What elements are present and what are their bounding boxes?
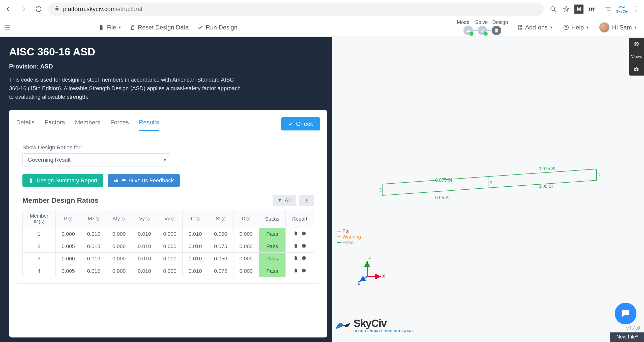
col-sl: Slⓘ — [208, 210, 233, 228]
report-icon[interactable] — [294, 243, 298, 249]
svg-text:6: 6 — [490, 180, 492, 185]
status-badge: Pass — [259, 265, 286, 277]
camera-icon[interactable] — [629, 63, 644, 76]
design-summary-button[interactable]: Design Summary Report — [22, 174, 103, 187]
feedback-button[interactable]: Give us Feedback — [108, 174, 180, 187]
model-wireframe: 0.075 Sl 0.075 Sl 0.05 Sl 0.05 Sl 5 6 7 — [377, 155, 604, 206]
file-menu[interactable]: File▾ — [98, 24, 121, 31]
col-my: Myⓘ — [106, 210, 132, 228]
col-d: Dⓘ — [233, 210, 259, 228]
tab-members[interactable]: Members — [75, 117, 100, 131]
hamburger-icon[interactable] — [0, 18, 15, 37]
info-icon[interactable] — [302, 256, 306, 262]
model-status-icon[interactable]: ✓ — [463, 26, 473, 35]
info-icon[interactable] — [302, 231, 306, 237]
svg-rect-9 — [304, 232, 304, 233]
address-bar[interactable]: platform.skyciv.com/structural — [48, 3, 544, 16]
results-table: MemberID(s)PⓘMzⓘMyⓘVyⓘVzⓘCⓘSlⓘDⓘStatusRe… — [22, 210, 314, 277]
table-row: 20.0050.0100.0000.0100.0000.0100.0750.00… — [23, 240, 314, 253]
svg-rect-14 — [304, 258, 304, 259]
eye-icon[interactable] — [629, 38, 644, 50]
svg-text:0.075 Sl: 0.075 Sl — [435, 178, 452, 183]
version-label: v4.4.0 — [626, 325, 640, 331]
design-status-icon[interactable] — [492, 26, 501, 35]
col-member-id-s-: MemberID(s) — [23, 210, 56, 228]
tab-details[interactable]: Details — [16, 117, 35, 131]
download-button[interactable] — [299, 195, 314, 206]
svg-rect-4 — [520, 28, 522, 29]
svg-text:0.05 Sl: 0.05 Sl — [539, 184, 553, 189]
col-c: Cⓘ — [183, 210, 208, 228]
svg-text:5: 5 — [379, 188, 382, 193]
search-icon[interactable] — [548, 4, 558, 14]
extension-skyciv[interactable]: SkyCiv — [616, 5, 628, 13]
forward-icon[interactable] — [18, 4, 29, 14]
svg-text:0.05 Sl: 0.05 Sl — [435, 195, 449, 200]
filter-all-button[interactable]: All — [273, 195, 296, 206]
col-mz: Mzⓘ — [81, 210, 106, 228]
info-icon[interactable] — [302, 268, 306, 274]
chat-fab[interactable] — [615, 303, 636, 324]
url-host: platform.skyciv.com/structural — [63, 6, 142, 13]
provision-label: Provision: ASD — [9, 63, 327, 70]
svg-line-37 — [360, 277, 367, 282]
svg-text:X: X — [382, 274, 385, 279]
extension-lines-icon[interactable] — [603, 4, 613, 14]
reset-design-button[interactable]: Reset Design Data — [130, 24, 189, 31]
app-toolbar: File▾ Reset Design Data Run Design Model… — [0, 18, 644, 37]
ratios-dropdown[interactable]: Governing Result ▾ — [22, 153, 171, 166]
browser-chrome: platform.skyciv.com/structural M m SkyCi… — [0, 0, 644, 18]
user-menu[interactable]: Hi Sam▾ — [599, 22, 636, 32]
svg-rect-2 — [520, 25, 522, 27]
svg-text:7: 7 — [598, 173, 601, 178]
tab-results[interactable]: Results — [139, 117, 159, 131]
col-vy: Vyⓘ — [132, 210, 157, 228]
svg-text:Y: Y — [368, 256, 371, 261]
svg-point-0 — [551, 7, 555, 10]
svg-text:0.075 Sl: 0.075 Sl — [539, 166, 555, 171]
addons-menu[interactable]: Add-ons▾ — [517, 24, 552, 31]
description: This code is used for designing steel me… — [9, 76, 241, 101]
info-icon[interactable] — [302, 243, 306, 249]
svg-line-21 — [382, 188, 488, 195]
reload-icon[interactable] — [33, 4, 44, 14]
star-icon[interactable] — [561, 4, 571, 14]
report-icon[interactable] — [294, 268, 298, 274]
help-menu[interactable]: Help▾ — [563, 24, 588, 31]
solve-status-icon[interactable]: ✓ — [478, 26, 487, 35]
status-badge: Pass — [259, 253, 286, 265]
views-button[interactable]: Views — [629, 50, 644, 63]
back-icon[interactable] — [3, 4, 14, 14]
run-design-button[interactable]: Run Design — [198, 24, 237, 31]
kebab-menu-icon[interactable]: ⋮ — [631, 4, 641, 14]
svg-rect-12 — [304, 245, 304, 245]
ratios-label: Show Design Ratios for: — [22, 144, 314, 151]
status-badge: Pass — [259, 228, 286, 240]
results-card: DetailsFactorsMembersForcesResults Check… — [9, 110, 327, 337]
chevron-down-icon: ▾ — [164, 158, 166, 162]
svg-rect-15 — [304, 257, 304, 258]
status-badge: Pass — [259, 240, 286, 253]
table-row: 40.0050.0100.0000.0100.0000.0100.0750.00… — [23, 265, 314, 277]
extension-m-square[interactable]: M — [574, 5, 583, 14]
report-icon[interactable] — [294, 256, 298, 262]
tab-factors[interactable]: Factors — [45, 117, 65, 131]
svg-rect-1 — [518, 25, 519, 27]
axis-gizmo[interactable]: X Y Z — [357, 256, 387, 287]
col-report: Report — [286, 210, 314, 228]
check-button[interactable]: Check — [281, 117, 320, 130]
tab-forces[interactable]: Forces — [110, 117, 129, 131]
svg-rect-11 — [304, 246, 304, 247]
view-toolbar: Views — [629, 38, 644, 76]
legend: Fail Warning Pass — [337, 228, 361, 246]
svg-rect-17 — [304, 270, 304, 271]
file-tab[interactable]: New File* — [610, 332, 644, 342]
skyciv-logo: SkyCivCLOUD ENGINEERING SOFTWARE — [334, 317, 414, 333]
report-icon[interactable] — [294, 231, 298, 237]
svg-rect-18 — [304, 269, 304, 270]
extension-m-italic[interactable]: m — [587, 4, 597, 14]
model-viewport[interactable]: Views 0.075 Sl 0.075 Sl 0.05 Sl 0.05 Sl … — [332, 37, 644, 342]
svg-text:Z: Z — [358, 281, 360, 286]
design-panel: AISC 360-16 ASD Provision: ASD This code… — [0, 37, 332, 342]
section-title: Member Design Ratios — [22, 196, 99, 204]
